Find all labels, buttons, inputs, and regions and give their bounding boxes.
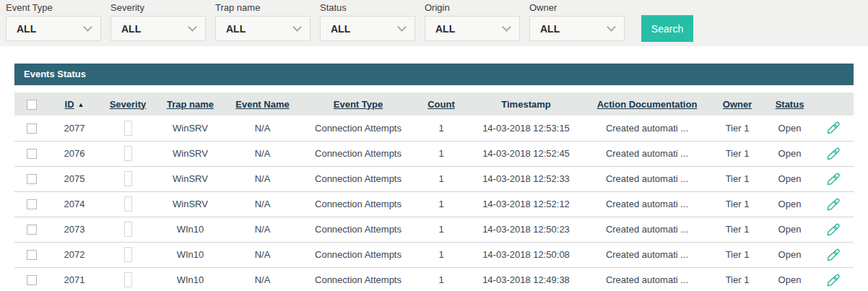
column-header-label: Owner <box>723 99 752 110</box>
severity-indicator-icon <box>124 196 132 212</box>
filter-group: Origin ALL <box>425 3 520 41</box>
row-checkbox[interactable] <box>27 174 37 184</box>
filter-dropdown-origin[interactable]: ALL <box>425 16 520 41</box>
cell-status: Open <box>766 267 813 291</box>
cell-status: Open <box>766 166 813 191</box>
column-header-label: Count <box>428 99 455 110</box>
row-checkbox[interactable] <box>27 149 37 159</box>
column-header-owner[interactable]: Owner <box>708 92 766 116</box>
cell-owner: Tier 1 <box>708 141 766 166</box>
cell-severity <box>100 191 156 217</box>
row-checkbox[interactable] <box>27 123 37 134</box>
cell-id: 2077 <box>49 116 100 141</box>
edit-pencil-icon[interactable] <box>826 273 841 287</box>
cell-count: 1 <box>416 217 466 242</box>
row-select-cell <box>14 217 49 242</box>
table-header-row: ID▲SeverityTrap nameEvent NameEvent Type… <box>14 92 854 116</box>
select-all-checkbox[interactable] <box>27 100 37 110</box>
cell-action-documentation: Created automati ... <box>586 116 708 141</box>
filter-dropdown-status[interactable]: ALL <box>320 16 415 41</box>
severity-indicator-icon <box>124 222 132 237</box>
table-row: 2073 WIn10 N/A Connection Attempts 1 14-… <box>14 217 854 242</box>
cell-event-type: Connection Attempts <box>300 242 416 267</box>
cell-edit <box>813 217 854 242</box>
row-checkbox[interactable] <box>27 225 37 235</box>
filter-group: Status ALL <box>320 3 415 41</box>
cell-event-name: N/A <box>225 267 300 291</box>
filter-dropdown-event-type[interactable]: ALL <box>6 16 101 41</box>
column-header-id[interactable]: ID▲ <box>49 92 100 116</box>
column-header-label: Timestamp <box>501 99 550 110</box>
cell-event-name: N/A <box>225 166 300 191</box>
filter-dropdown-severity[interactable]: ALL <box>110 16 206 41</box>
chevron-down-icon <box>397 22 407 32</box>
cell-id: 2073 <box>49 217 100 242</box>
cell-owner: Tier 1 <box>708 242 766 267</box>
cell-event-type: Connection Attempts <box>300 141 416 166</box>
cell-event-type: Connection Attempts <box>300 116 416 141</box>
cell-status: Open <box>766 141 813 166</box>
filter-bar: Event Type ALL Severity ALL Trap name AL… <box>0 0 868 46</box>
cell-severity <box>100 242 156 267</box>
cell-owner: Tier 1 <box>708 217 766 242</box>
cell-severity <box>100 267 156 291</box>
column-header-trap_name[interactable]: Trap name <box>156 92 225 116</box>
edit-pencil-icon[interactable] <box>826 172 841 186</box>
column-header-timestamp[interactable]: Timestamp <box>466 92 586 116</box>
row-checkbox[interactable] <box>27 199 37 209</box>
cell-timestamp: 14-03-2018 12:53:15 <box>466 116 586 141</box>
column-header-label: ID <box>65 99 74 110</box>
filter-dropdown-owner[interactable]: ALL <box>529 16 625 41</box>
cell-status: Open <box>766 191 813 217</box>
filter-group: Event Type ALL <box>6 3 101 41</box>
cell-severity <box>100 141 156 166</box>
chevron-down-icon <box>188 22 197 32</box>
edit-pencil-icon[interactable] <box>826 222 841 237</box>
cell-owner: Tier 1 <box>708 116 766 141</box>
search-button[interactable]: Search <box>641 15 693 42</box>
cell-timestamp: 14-03-2018 12:52:12 <box>466 191 586 217</box>
column-header-label: Event Name <box>235 99 289 110</box>
filter-label: Owner <box>529 3 625 13</box>
filter-group: Owner ALL <box>529 3 625 41</box>
edit-pencil-icon[interactable] <box>826 121 841 135</box>
column-header-severity[interactable]: Severity <box>100 92 156 116</box>
edit-pencil-icon[interactable] <box>826 197 841 212</box>
cell-severity <box>100 166 156 191</box>
column-header-action_documentation[interactable]: Action Documentation <box>586 92 708 116</box>
cell-count: 1 <box>416 267 466 291</box>
cell-id: 2072 <box>49 242 100 267</box>
filter-label: Trap name <box>215 3 311 13</box>
table-row: 2072 WIn10 N/A Connection Attempts 1 14-… <box>14 242 854 267</box>
edit-column-header <box>813 92 854 116</box>
cell-event-name: N/A <box>225 141 300 166</box>
cell-trap-name: WIn10 <box>156 267 225 291</box>
row-select-cell <box>14 166 49 191</box>
cell-owner: Tier 1 <box>708 191 766 217</box>
filter-group: Trap name ALL <box>215 3 311 41</box>
filter-dropdown-trap-name[interactable]: ALL <box>215 16 311 41</box>
column-header-status[interactable]: Status <box>766 92 813 116</box>
severity-indicator-icon <box>124 121 132 136</box>
column-header-event_name[interactable]: Event Name <box>225 92 300 116</box>
column-header-event_type[interactable]: Event Type <box>300 92 416 116</box>
filter-label: Origin <box>425 3 520 13</box>
severity-indicator-icon <box>124 146 132 161</box>
filter-label: Status <box>320 3 415 13</box>
cell-id: 2071 <box>49 267 100 291</box>
filter-selected-value: ALL <box>226 23 246 35</box>
cell-trap-name: WinSRV <box>156 191 225 217</box>
edit-pencil-icon[interactable] <box>826 147 841 161</box>
cell-severity <box>100 116 156 141</box>
severity-indicator-icon <box>124 171 132 186</box>
row-checkbox[interactable] <box>27 275 37 285</box>
cell-edit <box>813 267 854 291</box>
cell-event-name: N/A <box>225 116 300 141</box>
chevron-down-icon <box>292 22 302 32</box>
cell-owner: Tier 1 <box>708 267 766 291</box>
chevron-down-icon <box>607 22 616 32</box>
column-header-count[interactable]: Count <box>416 92 466 116</box>
cell-count: 1 <box>416 191 466 217</box>
edit-pencil-icon[interactable] <box>826 248 841 262</box>
row-checkbox[interactable] <box>27 250 37 260</box>
